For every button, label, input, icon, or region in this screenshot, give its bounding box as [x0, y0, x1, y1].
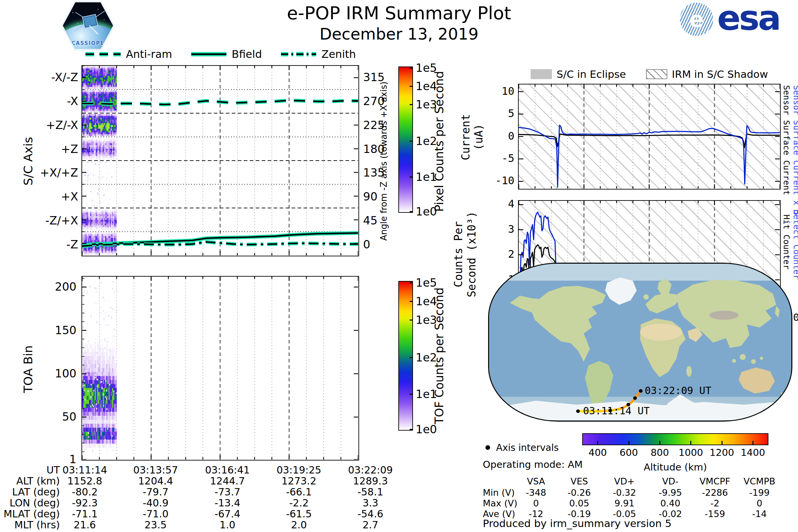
angle-axis-label: Angle from -Z axis (towards +X axis) — [378, 75, 390, 248]
alt-tick-mark — [597, 441, 598, 444]
voltage-column-header: VD- — [647, 476, 694, 487]
ephemeris-value: 03:22:09 — [337, 464, 404, 476]
ephemeris-value: -71.0 — [122, 508, 189, 520]
legend-label: Bfield — [232, 48, 262, 60]
toa-tick-label: 100 — [46, 367, 76, 380]
current-tick-label: -5 — [483, 152, 514, 165]
legend-item: IRM in S/C Shadow — [646, 68, 768, 80]
direction-legend: Anti-ramBfieldZenith — [81, 46, 359, 62]
ephemeris-value: -73.7 — [194, 486, 261, 498]
sc-axis-panel — [81, 65, 359, 256]
ephemeris-value: -80.2 — [52, 486, 118, 498]
voltage-table: VSAVESVD+VD-VMCPFVCMPBMin (V)-348-0.26-0… — [466, 474, 798, 520]
voltage-row-label: Min (V) — [483, 488, 515, 498]
ephemeris-row-label: LON (deg) — [0, 497, 60, 509]
colorbar-tick — [410, 301, 413, 302]
voltage-value: -9.95 — [647, 488, 694, 498]
voltage-value: -159 — [691, 509, 738, 519]
tof-counts-colorbar-label: TOF Counts per Second — [432, 284, 446, 427]
ephemeris-value: 1273.2 — [266, 475, 332, 487]
current-tick-label: 0 — [483, 130, 514, 142]
ephemeris-value: -58.1 — [337, 486, 404, 498]
voltage-value: 0 — [736, 498, 783, 508]
ephemeris-value: -67.4 — [194, 508, 261, 520]
esa-e-letter: e — [689, 7, 704, 32]
track-end-label: 03:22:09 UT — [645, 385, 711, 397]
sc-band-label: -X — [30, 94, 78, 108]
current-panel — [518, 84, 781, 190]
zenith-line-sample — [280, 51, 317, 57]
current-tick-label: 10 — [483, 85, 514, 97]
colorbar-tick — [410, 141, 413, 141]
sc-axis-spectrogram — [82, 66, 358, 255]
operating-mode: Operating mode: AM — [483, 459, 583, 470]
ephemeris-value: 3.3 — [337, 497, 404, 509]
sc-band-label: +X — [30, 190, 78, 203]
voltage-value: 0.40 — [647, 498, 694, 508]
voltage-value: 0 — [513, 498, 559, 508]
axis-intervals-label: Axis intervals — [496, 442, 558, 453]
legend-item-bfield: Bfield — [191, 48, 262, 60]
eclipse-swatch — [531, 69, 552, 79]
current-plot — [519, 84, 780, 189]
ephemeris-value: 1152.8 — [52, 475, 118, 487]
ephemeris-value: 21.6 — [52, 519, 118, 531]
ephemeris-value: 1.0 — [194, 519, 261, 531]
altitude-colorbar — [582, 433, 768, 445]
cassiope-mission-patch: CASSIOPE — [61, 1, 115, 51]
voltage-column-header: VMCPF — [691, 476, 738, 487]
shadow-eclipse-legend: S/C in EclipseIRM in S/C Shadow — [518, 66, 781, 82]
toa-ylabel: TOA Bin — [21, 332, 35, 406]
produced-by-footer: Produced by irm_summary version 5 — [483, 517, 672, 529]
ephemeris-value: 03:11:14 — [52, 464, 118, 476]
ephemeris-value: 03:13:57 — [122, 464, 189, 476]
voltage-value: -199 — [736, 488, 783, 498]
ephemeris-value: -40.9 — [122, 497, 189, 509]
voltage-value: -14 — [736, 509, 783, 519]
voltage-column-header: VES — [556, 476, 603, 487]
colorbar-tick — [410, 429, 413, 430]
ephemeris-row-label: UT — [0, 464, 60, 476]
colorbar-tick — [410, 211, 413, 212]
colorbar-tick — [410, 394, 413, 395]
ephemeris-value: -61.5 — [266, 508, 332, 520]
ground-track-map: 03:11:14 UT03:22:09 UT — [489, 264, 791, 420]
ephemeris-value: 2.7 — [337, 519, 404, 531]
ephemeris-row-label: MLT (hrs) — [0, 519, 60, 531]
ephemeris-value: 03:16:41 — [194, 464, 261, 476]
legend-label: Anti-ram — [126, 48, 172, 60]
ephemeris-value: -54.6 — [337, 508, 404, 520]
legend-item-zenith: Zenith — [280, 48, 356, 60]
ephemeris-value: -71.1 — [52, 508, 118, 520]
colorbar-tick — [410, 282, 413, 283]
ephemeris-value: -79.7 — [122, 486, 189, 498]
colorbar-tick — [410, 176, 413, 177]
alt-tick-mark — [628, 441, 629, 444]
ephemeris-table: UT03:11:1403:13:5703:16:4103:19:2503:22:… — [0, 463, 466, 531]
alt-tick-mark — [690, 441, 691, 444]
tof-counts-colorbar — [398, 281, 413, 431]
ephemeris-value: 1244.7 — [194, 475, 261, 487]
sc-band-label: -X/-Z — [30, 71, 78, 84]
legend-item: S/C in Eclipse — [531, 68, 626, 80]
counts-ylabel-line2: Second (x10³) — [465, 208, 478, 301]
esa-globe-icon: e — [680, 3, 713, 36]
colorbar-tick — [410, 104, 413, 105]
toa-panel — [81, 276, 359, 460]
world-map: 03:11:14 UT03:22:09 UT — [488, 263, 792, 422]
alt-tick-mark — [753, 441, 754, 444]
colorbar-tick — [410, 86, 413, 87]
ephemeris-value: 03:19:25 — [266, 464, 332, 476]
current-tick-label: -10 — [483, 174, 514, 187]
cassiope-label: CASSIOPE — [63, 40, 113, 46]
voltage-row-label: Max (V) — [483, 498, 517, 508]
legend-label: Zenith — [322, 48, 356, 60]
legend-item-anti-ram: Anti-ram — [85, 48, 172, 60]
ephemeris-row-label: ALT (km) — [0, 475, 60, 487]
toa-tick-label: 150 — [46, 324, 76, 337]
ephemeris-value: 23.5 — [122, 519, 189, 531]
voltage-value: -2286 — [691, 488, 738, 498]
voltage-column-header: VD+ — [601, 476, 648, 487]
counts-right-label-black: Hit Counter — [782, 214, 791, 291]
toa-spectrogram — [82, 277, 358, 459]
